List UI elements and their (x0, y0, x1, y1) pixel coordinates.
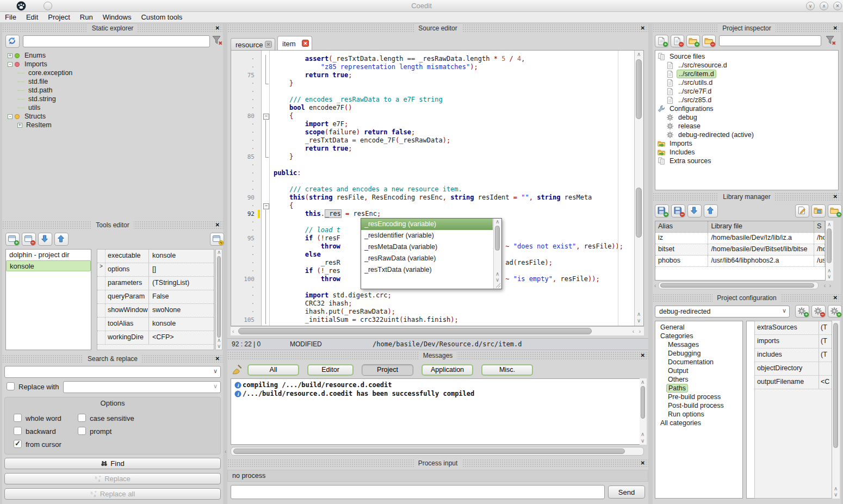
fold-mark[interactable] (262, 300, 269, 308)
add-folder-button[interactable]: + (686, 35, 700, 47)
fold-mark[interactable] (262, 202, 269, 210)
inspector-filter-clear-icon[interactable] (826, 35, 836, 46)
fold-mark[interactable] (262, 275, 269, 283)
property-row[interactable]: outputFilename<C (755, 376, 832, 389)
property-value[interactable] (819, 362, 832, 375)
move-library-down-button[interactable] (687, 204, 702, 217)
completion-item[interactable]: _resRawData (variable) (361, 253, 493, 264)
close-panel-icon[interactable]: ✕ (215, 355, 220, 363)
column-header[interactable]: Alias (655, 221, 708, 232)
project-tree-item[interactable]: ../src/utils.d (655, 78, 838, 87)
close-panel-icon[interactable]: ✕ (833, 24, 838, 32)
category-item[interactable]: Pre-build process (655, 393, 742, 401)
fold-mark[interactable] (262, 96, 269, 104)
table-row[interactable]: iz/home/basile/Dev/Iz/lib/iz.a/ho (655, 233, 825, 244)
property-value[interactable]: False (149, 290, 214, 303)
tree-item[interactable]: -Structs (5, 112, 221, 121)
messages-vscrollbar[interactable]: ∧ ∧ ∨ (640, 378, 647, 445)
find-button[interactable]: Find (4, 458, 221, 469)
fold-mark[interactable] (262, 185, 269, 194)
filter-project[interactable]: Project (362, 364, 413, 376)
prompt-checkbox[interactable] (78, 427, 86, 435)
move-tool-up-button[interactable] (54, 233, 69, 246)
property-value[interactable]: (T (819, 321, 832, 334)
fold-mark[interactable] (262, 267, 269, 275)
editor-fold-column[interactable] (262, 51, 270, 326)
fold-mark[interactable] (262, 177, 269, 185)
tree-item[interactable]: std.string (5, 95, 221, 103)
property-value[interactable]: <CFP> (149, 331, 214, 344)
category-item[interactable]: Documentation (655, 358, 742, 366)
register-library-button[interactable] (811, 204, 826, 217)
filter-misc[interactable]: Misc. (481, 364, 533, 376)
category-item[interactable]: Output (655, 366, 742, 375)
completion-scrollbar[interactable]: ∧ ∧ ∨ (493, 219, 501, 289)
project-tree-item[interactable]: Includes (655, 148, 838, 157)
property-value[interactable]: (T (819, 335, 832, 348)
project-tree-item[interactable]: Configurations (655, 104, 838, 113)
tree-item[interactable]: core.exception (5, 69, 221, 77)
property-row[interactable]: imports(T (755, 335, 832, 349)
messages-list[interactable]: icompiling /.../build/resource.d.coediti… (231, 378, 644, 445)
project-tree-item[interactable]: ../src/item.d (655, 70, 838, 78)
symbol-search-input[interactable] (23, 35, 210, 47)
tool-list-item[interactable]: konsole (6, 260, 91, 271)
tab-resource-close-icon[interactable]: ✕ (265, 41, 272, 48)
move-tool-down-button[interactable] (38, 233, 52, 246)
execute-tool-button[interactable]: ϟ (210, 233, 224, 246)
fold-mark[interactable] (262, 145, 269, 153)
fold-mark[interactable] (262, 234, 269, 242)
property-value[interactable]: (TStringList) (149, 277, 214, 290)
table-row[interactable]: phobos/usr/lib64/libphobos2.a/us (655, 256, 825, 267)
fold-mark[interactable] (262, 218, 269, 226)
fold-mark[interactable] (262, 194, 269, 202)
remove-library-button[interactable]: − (671, 204, 685, 217)
remove-tool-button[interactable]: − (22, 233, 36, 246)
property-row[interactable]: workingDire<CFP> (97, 331, 214, 345)
property-row[interactable]: queryParamFalse (97, 290, 214, 304)
completion-item[interactable]: _resIdentifier (variable) (361, 230, 493, 241)
replace-button[interactable]: baReplace (4, 473, 221, 484)
fold-mark[interactable] (262, 63, 269, 71)
fold-mark[interactable] (262, 259, 269, 267)
expand-icon[interactable]: + (17, 123, 22, 128)
tree-item[interactable]: std.file (5, 77, 221, 86)
add-source-button[interactable]: + (655, 35, 668, 47)
tree-item[interactable]: +ResItem (5, 121, 221, 129)
collapse-icon[interactable]: - (8, 62, 13, 67)
fold-mark[interactable] (262, 128, 269, 136)
expand-icon[interactable]: + (8, 53, 13, 58)
property-value[interactable]: (T (819, 349, 832, 362)
editor-vscrollbar[interactable]: ∧ ∧ ∨ (634, 51, 643, 326)
column-header[interactable]: S (814, 221, 825, 232)
case-sensitive-checkbox[interactable] (78, 414, 86, 422)
property-row[interactable]: toolAliaskonsole (97, 318, 214, 331)
fold-mark[interactable] (262, 226, 269, 234)
library-hscrollbar[interactable]: ‹ ‹ › (658, 282, 819, 289)
whole-word-checkbox[interactable] (14, 414, 22, 422)
fold-mark[interactable] (262, 120, 269, 128)
fold-mark[interactable] (262, 251, 269, 259)
project-tree-item[interactable]: ../src/resource.d (655, 61, 838, 70)
library-vscrollbar[interactable]: ∧ ∧ ∨ (826, 221, 833, 281)
category-item[interactable]: Paths (655, 384, 742, 393)
project-tree-item[interactable]: debug-redirected (active) (655, 130, 838, 139)
fold-mark[interactable] (262, 210, 269, 218)
category-item[interactable]: General (655, 323, 742, 332)
tree-item[interactable]: utils (5, 103, 221, 112)
fold-mark[interactable] (262, 242, 269, 251)
close-panel-icon[interactable]: ✕ (833, 193, 838, 201)
project-tree-item[interactable]: ../src/z85.d (655, 96, 838, 104)
tree-item[interactable]: std.path (5, 86, 221, 95)
inspector-filter-input[interactable] (719, 35, 821, 46)
tree-item[interactable]: +Enums (5, 51, 221, 60)
edit-library-button[interactable] (795, 204, 809, 217)
category-item[interactable]: All categories (655, 419, 742, 427)
category-item[interactable]: Post-build process (655, 401, 742, 410)
property-row[interactable]: objectDirectory (755, 362, 832, 376)
config-grid-scrollbar[interactable]: ∧ ∨ (832, 321, 840, 499)
backward-checkbox[interactable] (14, 427, 22, 435)
fold-mark[interactable] (262, 112, 269, 120)
property-row[interactable]: >options[] (97, 263, 214, 277)
menu-edit[interactable]: Edit (21, 12, 43, 21)
